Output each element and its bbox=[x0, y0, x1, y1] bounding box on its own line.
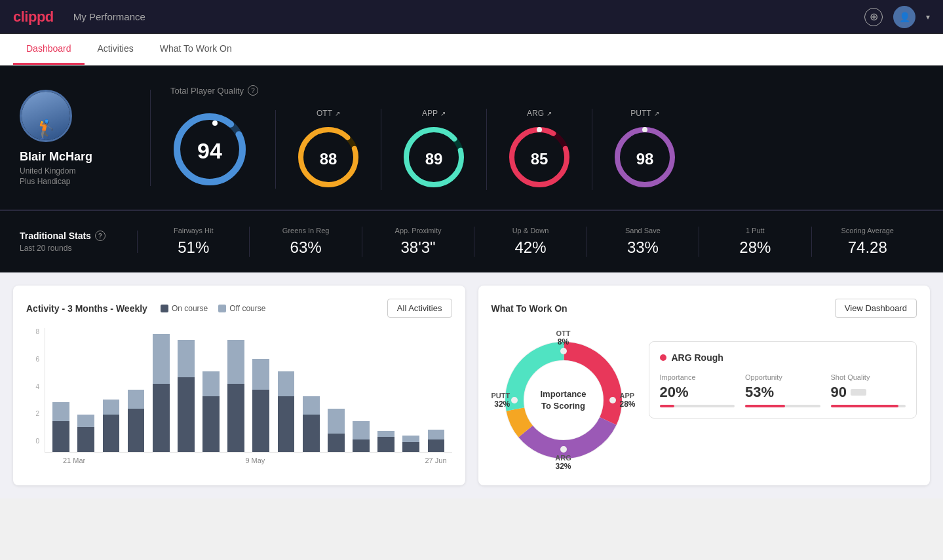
importance-fill bbox=[660, 405, 675, 407]
bar-group-12[interactable] bbox=[351, 421, 372, 452]
ott-segment-label: OTT 8% bbox=[556, 329, 571, 346]
shot-quality-mini-bar bbox=[851, 389, 866, 396]
work-detail-title: ARG Rough bbox=[660, 352, 906, 363]
on-course-bar bbox=[377, 437, 395, 452]
on-course-bar bbox=[252, 390, 269, 452]
svg-text:89: 89 bbox=[425, 150, 443, 168]
x-axis-labels: 21 Mar 9 May 27 Jun bbox=[45, 453, 452, 464]
all-activities-button[interactable]: All Activities bbox=[387, 299, 452, 318]
off-course-bar bbox=[252, 359, 269, 390]
add-button[interactable]: ⊕ bbox=[864, 8, 883, 26]
detail-dot bbox=[660, 354, 666, 361]
quality-section: Total Player Quality ? 94 OTT ↗ bbox=[151, 85, 923, 190]
shot-quality-fill bbox=[831, 405, 898, 407]
work-detail-card: ARG Rough Importance 20% Opportunity bbox=[649, 341, 917, 419]
on-course-bar bbox=[402, 442, 419, 452]
svg-point-25 bbox=[511, 397, 518, 403]
putt-arrow-icon: ↗ bbox=[654, 110, 659, 117]
on-course-bar bbox=[153, 384, 170, 452]
stats-subtitle: Last 20 rounds bbox=[20, 244, 124, 253]
off-course-bar bbox=[52, 402, 69, 421]
bar-group-5[interactable] bbox=[176, 340, 197, 452]
off-course-bar bbox=[428, 430, 445, 439]
app-logo: clippd bbox=[13, 9, 54, 26]
off-course-bar bbox=[128, 390, 145, 409]
header-title: My Performance bbox=[73, 11, 864, 22]
detail-shot-quality: Shot Quality 90 bbox=[831, 373, 906, 407]
player-handicap: Plus Handicap bbox=[20, 177, 70, 186]
quality-circles: 94 OTT ↗ 88 APP ↗ bbox=[170, 109, 923, 190]
shot-quality-row: 90 bbox=[831, 384, 906, 401]
arg-arrow-icon: ↗ bbox=[547, 110, 552, 117]
legend-off-course: Off course bbox=[218, 304, 265, 313]
off-course-bar bbox=[103, 400, 120, 415]
off-course-bar bbox=[77, 415, 94, 427]
bar-group-1[interactable] bbox=[75, 415, 96, 452]
on-course-bar bbox=[428, 439, 445, 452]
stats-label-section: Traditional Stats ? Last 20 rounds bbox=[20, 231, 138, 253]
chart-card-header: Activity - 3 Months - Weekly On course O… bbox=[26, 299, 452, 318]
bar-group-9[interactable] bbox=[275, 371, 296, 452]
bar-group-10[interactable] bbox=[301, 396, 322, 452]
stat-up-down: Up & Down 42% bbox=[474, 227, 587, 257]
tab-dashboard[interactable]: Dashboard bbox=[13, 34, 85, 65]
ott-circle: OTT ↗ 88 bbox=[276, 109, 381, 190]
bar-group-14[interactable] bbox=[400, 436, 421, 452]
player-name: Blair McHarg bbox=[20, 150, 92, 164]
off-course-bar bbox=[377, 431, 395, 437]
app-header: clippd My Performance ⊕ 👤 ▾ bbox=[0, 0, 943, 34]
off-course-bar bbox=[353, 421, 370, 439]
on-course-bar bbox=[303, 415, 320, 452]
nav-tabs: Dashboard Activities What To Work On bbox=[0, 34, 943, 65]
work-content: ImportanceTo Scoring OTT 8% APP 28% ARG … bbox=[491, 328, 917, 472]
tab-what-to-work-on[interactable]: What To Work On bbox=[147, 34, 245, 65]
ott-label: OTT ↗ bbox=[317, 109, 340, 118]
quality-label: Total Player Quality ? bbox=[170, 85, 923, 96]
stats-info-icon[interactable]: ? bbox=[95, 231, 106, 241]
on-course-bar bbox=[278, 396, 295, 452]
svg-text:88: 88 bbox=[320, 150, 337, 168]
activity-chart-card: Activity - 3 Months - Weekly On course O… bbox=[13, 286, 465, 485]
bar-group-4[interactable] bbox=[151, 334, 172, 452]
chart-title: Activity - 3 Months - Weekly bbox=[26, 303, 147, 314]
bar-group-11[interactable] bbox=[326, 409, 347, 452]
shot-quality-bar bbox=[831, 405, 906, 407]
bar-group-0[interactable] bbox=[50, 402, 71, 452]
off-course-bar bbox=[402, 436, 419, 442]
legend-on-course: On course bbox=[161, 304, 208, 313]
app-label: APP ↗ bbox=[422, 109, 446, 118]
info-icon[interactable]: ? bbox=[248, 85, 258, 96]
on-course-bar bbox=[52, 421, 69, 452]
stat-greens-in-reg: Greens In Reg 63% bbox=[250, 227, 362, 257]
header-actions: ⊕ 👤 ▾ bbox=[864, 6, 930, 28]
total-quality-circle: 94 bbox=[170, 110, 276, 189]
user-avatar[interactable]: 👤 bbox=[893, 6, 915, 28]
tab-activities[interactable]: Activities bbox=[85, 34, 147, 65]
donut-center-text: ImportanceTo Scoring bbox=[540, 388, 586, 412]
y-axis-labels: 0 2 4 6 8 bbox=[26, 328, 42, 445]
svg-point-2 bbox=[212, 121, 218, 126]
bar-group-7[interactable] bbox=[225, 340, 246, 452]
putt-circle: PUTT ↗ 98 bbox=[592, 109, 697, 190]
off-course-bar bbox=[278, 371, 295, 396]
hero-section: 🏌️ Blair McHarg United Kingdom Plus Hand… bbox=[0, 65, 943, 210]
legend-on-course-dot bbox=[161, 305, 168, 312]
on-course-bar bbox=[202, 396, 220, 452]
bar-group-6[interactable] bbox=[201, 371, 221, 452]
bar-group-8[interactable] bbox=[250, 359, 271, 452]
importance-donut-container: ImportanceTo Scoring OTT 8% APP 28% ARG … bbox=[491, 328, 636, 472]
svg-text:98: 98 bbox=[636, 150, 654, 168]
bar-group-3[interactable] bbox=[125, 390, 146, 452]
opportunity-fill bbox=[745, 405, 785, 407]
bottom-section: Activity - 3 Months - Weekly On course O… bbox=[0, 272, 943, 498]
bar-group-15[interactable] bbox=[425, 430, 446, 452]
on-course-bar bbox=[128, 409, 145, 452]
view-dashboard-button[interactable]: View Dashboard bbox=[835, 299, 917, 318]
app-circle: APP ↗ 89 bbox=[381, 109, 487, 190]
bar-group-13[interactable] bbox=[375, 431, 396, 452]
arg-segment-label: ARG 32% bbox=[555, 454, 571, 471]
stat-fairways-hit: Fairways Hit 51% bbox=[138, 227, 250, 257]
plus-icon: ⊕ bbox=[870, 10, 878, 23]
work-on-card: What To Work On View Dashboard bbox=[478, 286, 931, 485]
bar-group-2[interactable] bbox=[100, 400, 121, 452]
